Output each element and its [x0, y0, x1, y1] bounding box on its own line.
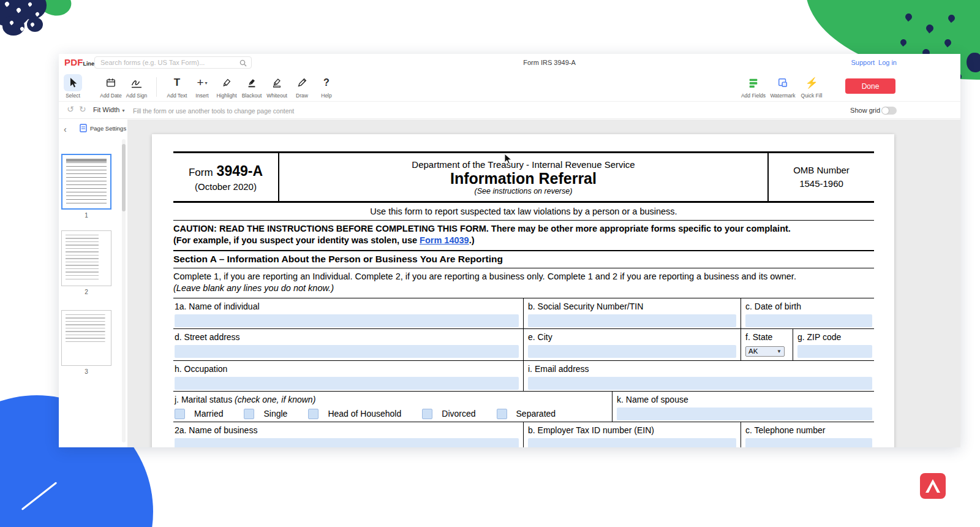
telephone-input[interactable]: [745, 438, 872, 447]
pen-icon: [296, 77, 307, 88]
highlighter-icon: [221, 77, 232, 88]
field-ein: b. Employer Tax ID number (EIN): [524, 422, 741, 447]
login-link[interactable]: Log in: [878, 59, 897, 66]
head-of-household-checkbox[interactable]: [308, 409, 318, 419]
help-button[interactable]: ? Help: [313, 74, 340, 99]
add-sign-button[interactable]: Add Sign: [123, 74, 150, 99]
pages-sidebar: ‹ Page Settings 1 2 3: [59, 119, 127, 447]
chevron-down-icon: ▾: [205, 80, 208, 86]
show-grid-label: Show grid: [850, 107, 880, 114]
pdfliner-brand-icon: [920, 473, 946, 499]
whiteout-button[interactable]: Whiteout: [263, 74, 290, 99]
state-select[interactable]: AK ▼: [745, 346, 785, 357]
single-checkbox[interactable]: [244, 409, 254, 419]
select-tool-button[interactable]: Select: [59, 74, 86, 99]
page-settings-icon: [80, 124, 87, 132]
show-grid-toggle[interactable]: [881, 107, 897, 115]
plus-icon: +: [197, 76, 203, 89]
chevron-down-icon: ▼: [777, 349, 782, 354]
page-3-preview: [66, 314, 107, 362]
zoom-mode-dropdown[interactable]: Fit Width▾: [93, 106, 124, 113]
date-of-birth-input[interactable]: [745, 314, 872, 327]
form-subtitle: (See instructions on reverse): [279, 187, 767, 195]
row-3: h. Occupation i. Email address: [173, 361, 874, 392]
page-3-thumbnail[interactable]: [61, 310, 111, 366]
form-number-cell: Form3949-A (October 2020): [173, 153, 279, 201]
field-street-address: d. Street address: [173, 329, 524, 360]
field-telephone: c. Telephone number: [741, 422, 874, 447]
form-number: 3949-A: [217, 163, 263, 179]
toolbar-divider: [156, 77, 157, 97]
page-settings-button[interactable]: Page Settings: [80, 124, 126, 132]
search-forms-box: [94, 56, 252, 69]
search-input[interactable]: [95, 57, 251, 68]
page-1-number: 1: [61, 212, 111, 219]
omb-cell: OMB Number 1545-1960: [769, 153, 874, 201]
collapse-sidebar-icon[interactable]: ‹: [64, 124, 67, 134]
blackout-button[interactable]: Blackout: [238, 74, 265, 99]
field-email: i. Email address: [524, 361, 874, 391]
page-2-preview: [66, 235, 107, 282]
draw-button[interactable]: Draw: [288, 74, 315, 99]
highlight-button[interactable]: Highlight: [213, 74, 240, 99]
form-title: Information Referral: [279, 170, 767, 187]
undo-icon[interactable]: ↺: [67, 104, 74, 114]
separated-checkbox[interactable]: [497, 409, 507, 419]
occupation-input[interactable]: [175, 377, 519, 390]
marital-option-separated: Separated: [497, 409, 556, 419]
name-of-individual-input[interactable]: [175, 314, 519, 327]
name-of-spouse-input[interactable]: [617, 408, 872, 420]
form-page: Form3949-A (October 2020) Department of …: [152, 134, 894, 447]
sidebar-scrollbar-thumb[interactable]: [122, 144, 126, 211]
field-ssn: b. Social Security Number/TIN: [524, 298, 741, 328]
city-input[interactable]: [528, 345, 736, 358]
insert-button[interactable]: +▾ Insert: [189, 74, 216, 99]
cursor-select-icon: [68, 77, 78, 88]
street-address-input[interactable]: [175, 345, 519, 358]
married-checkbox[interactable]: [175, 409, 185, 419]
page-1-thumbnail[interactable]: [61, 154, 111, 210]
divorced-checkbox[interactable]: [422, 409, 432, 419]
field-state: f. State AK ▼: [741, 329, 793, 360]
form-revision: (October 2020): [195, 181, 257, 192]
pdfliner-logo[interactable]: PDFLiner: [64, 57, 97, 69]
marital-option-married: Married: [175, 409, 223, 419]
redo-icon[interactable]: ↻: [79, 104, 86, 114]
blackout-marker-icon: [246, 77, 257, 88]
search-icon: [239, 59, 247, 67]
page-2-thumbnail[interactable]: [61, 230, 111, 286]
workspace: ‹ Page Settings 1 2 3: [59, 119, 960, 447]
zip-input[interactable]: [797, 345, 872, 358]
page-2-number: 2: [61, 289, 111, 295]
field-city: e. City: [524, 329, 741, 360]
email-input[interactable]: [528, 377, 872, 390]
page-3-number: 3: [61, 368, 111, 375]
ssn-input[interactable]: [528, 314, 736, 327]
calendar-icon: [105, 77, 116, 88]
row-2: d. Street address e. City f. State AK: [173, 329, 874, 361]
add-text-button[interactable]: T Add Text: [164, 74, 190, 99]
text-icon: T: [174, 77, 180, 89]
fields-icon: [748, 77, 759, 88]
marital-option-divorced: Divorced: [422, 409, 475, 419]
toolbar-hint-text: Fill the form or use another tools to ch…: [133, 107, 294, 115]
quick-fill-button[interactable]: ⚡ Quick Fill: [798, 74, 825, 99]
section-a-fields: 1a. Name of individual b. Social Securit…: [173, 298, 874, 447]
form-14039-link[interactable]: Form 14039: [420, 235, 469, 245]
done-button[interactable]: Done: [845, 78, 895, 94]
support-link[interactable]: Support: [851, 59, 875, 66]
name-of-business-input[interactable]: [175, 438, 519, 447]
add-fields-button[interactable]: Add Fields: [740, 74, 767, 99]
section-a-instructions: Complete 1, if you are reporting an Indi…: [173, 268, 874, 298]
add-date-button[interactable]: Add Date: [97, 74, 124, 99]
marital-option-single: Single: [244, 409, 287, 419]
form-title-cell: Department of the Treasury - Internal Re…: [279, 153, 769, 201]
document-title: Form IRS 3949-A: [523, 59, 576, 66]
row-1: 1a. Name of individual b. Social Securit…: [173, 298, 874, 329]
toolbar: Select Add Date Add Sign T Add Text +▾ I…: [59, 71, 960, 102]
sub-toolbar: ↺ ↻ Fit Width▾ Fill the form or use anot…: [59, 102, 960, 119]
watermark-button[interactable]: Watermark: [769, 74, 796, 99]
watermark-icon: [777, 77, 788, 88]
field-occupation: h. Occupation: [173, 361, 524, 391]
ein-input[interactable]: [528, 438, 736, 447]
